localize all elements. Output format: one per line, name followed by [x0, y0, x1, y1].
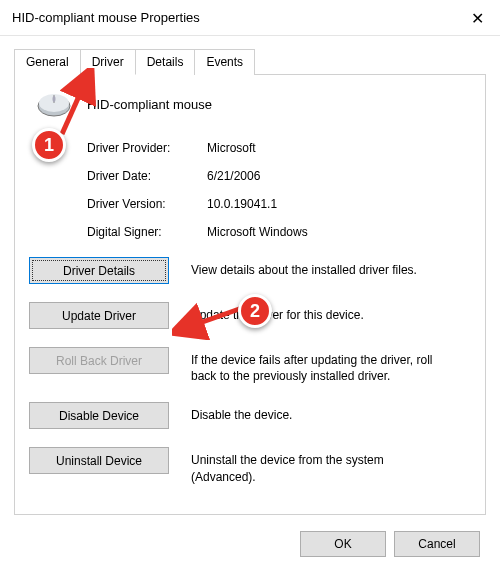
- tab-strip: General Driver Details Events: [14, 48, 486, 75]
- info-row-date: Driver Date: 6/21/2006: [87, 169, 471, 183]
- disable-device-desc: Disable the device.: [191, 402, 292, 423]
- tab-details[interactable]: Details: [135, 49, 196, 75]
- driver-details-desc: View details about the installed driver …: [191, 257, 417, 278]
- dialog-content: General Driver Details Events HID-compli…: [0, 36, 500, 515]
- info-row-version: Driver Version: 10.0.19041.1: [87, 197, 471, 211]
- info-row-signer: Digital Signer: Microsoft Windows: [87, 225, 471, 239]
- window-title: HID-compliant mouse Properties: [12, 10, 200, 25]
- titlebar: HID-compliant mouse Properties ✕: [0, 0, 500, 36]
- driver-version-label: Driver Version:: [87, 197, 207, 211]
- mouse-icon: [35, 89, 73, 119]
- tab-general[interactable]: General: [14, 49, 81, 75]
- svg-point-3: [53, 96, 56, 102]
- disable-device-button[interactable]: Disable Device: [29, 402, 169, 429]
- row-uninstall-device: Uninstall Device Uninstall the device fr…: [29, 447, 471, 484]
- roll-back-driver-desc: If the device fails after updating the d…: [191, 347, 441, 384]
- dialog-footer: OK Cancel: [300, 531, 480, 557]
- tab-events[interactable]: Events: [194, 49, 255, 75]
- annotation-badge-2: 2: [238, 294, 272, 328]
- uninstall-device-button[interactable]: Uninstall Device: [29, 447, 169, 474]
- device-name: HID-compliant mouse: [87, 97, 212, 112]
- roll-back-driver-button: Roll Back Driver: [29, 347, 169, 374]
- close-button[interactable]: ✕: [454, 0, 500, 36]
- update-driver-desc: Update the driver for this device.: [191, 302, 364, 323]
- digital-signer-value: Microsoft Windows: [207, 225, 308, 239]
- driver-provider-label: Driver Provider:: [87, 141, 207, 155]
- tab-driver[interactable]: Driver: [80, 49, 136, 75]
- digital-signer-label: Digital Signer:: [87, 225, 207, 239]
- driver-date-label: Driver Date:: [87, 169, 207, 183]
- update-driver-button[interactable]: Update Driver: [29, 302, 169, 329]
- close-icon: ✕: [471, 9, 484, 28]
- row-driver-details: Driver Details View details about the in…: [29, 257, 471, 284]
- info-row-provider: Driver Provider: Microsoft: [87, 141, 471, 155]
- ok-button[interactable]: OK: [300, 531, 386, 557]
- row-disable-device: Disable Device Disable the device.: [29, 402, 471, 429]
- uninstall-device-desc: Uninstall the device from the system (Ad…: [191, 447, 441, 484]
- annotation-badge-1: 1: [32, 128, 66, 162]
- driver-details-button[interactable]: Driver Details: [29, 257, 169, 284]
- cancel-button[interactable]: Cancel: [394, 531, 480, 557]
- driver-provider-value: Microsoft: [207, 141, 256, 155]
- row-roll-back-driver: Roll Back Driver If the device fails aft…: [29, 347, 471, 384]
- driver-date-value: 6/21/2006: [207, 169, 260, 183]
- device-header: HID-compliant mouse: [35, 89, 471, 119]
- driver-version-value: 10.0.19041.1: [207, 197, 277, 211]
